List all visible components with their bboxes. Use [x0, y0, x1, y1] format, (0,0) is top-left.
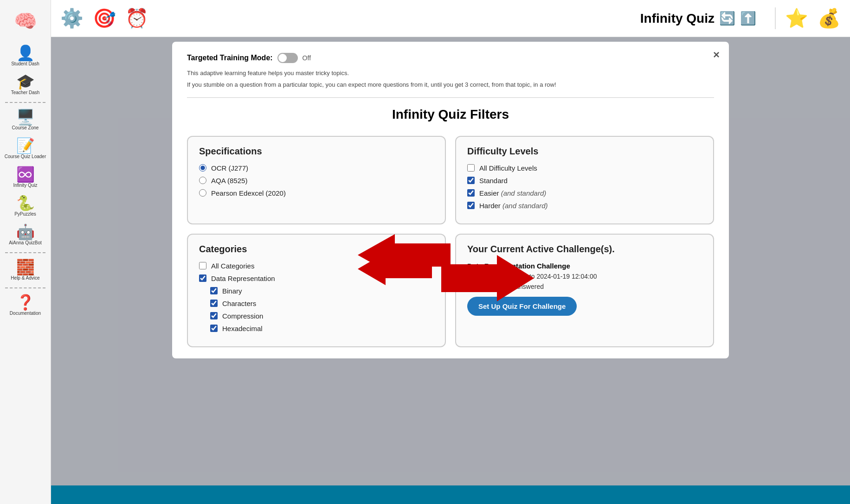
difficulty-card: Difficulty Levels All Difficulty Levels …: [455, 136, 714, 224]
sidebar-item-aianna-quizbot[interactable]: 🤖 AiAnna QuizBot: [0, 222, 51, 249]
easier-checkbox[interactable]: [467, 189, 475, 197]
modal-divider: [187, 97, 714, 98]
topbar-right: ⭐ 💰: [775, 7, 841, 29]
sidebar-item-course-quiz-loader[interactable]: 📝 Course Quiz Loader: [0, 135, 51, 162]
sidebar-divider-3: [5, 287, 45, 288]
modal-overlay: × Targeted Training Mode: Off This adapt…: [51, 37, 850, 504]
data-rep-label: Data Representation: [211, 274, 275, 282]
option-hexadecimal[interactable]: Hexadecimal: [210, 325, 434, 332]
targeted-training-header: Targeted Training Mode: Off: [187, 53, 714, 63]
sidebar-label-course-quiz-loader: Course Quiz Loader: [5, 154, 46, 159]
challenge-name: Data Representation Challenge: [467, 262, 702, 270]
categories-card: Categories All Categories Data Represent…: [187, 234, 446, 347]
target-icon[interactable]: 🎯: [93, 7, 116, 29]
training-mode-toggle[interactable]: [277, 53, 298, 63]
topbar: ⚙️ 🎯 ⏰ Infinity Quiz 🔄 ⬆️ ⭐ 💰: [51, 0, 850, 37]
challenge-card: Your Current Active Challenge(s). Data R…: [455, 234, 714, 347]
option-all-categories[interactable]: All Categories: [199, 262, 434, 270]
specifications-card: Specifications OCR (J277) AQA (8525) Pea…: [187, 136, 446, 224]
harder-label: Harder (and standard): [479, 202, 548, 210]
student-dash-icon: 👤: [16, 45, 35, 60]
standard-label: Standard: [479, 177, 508, 185]
modal-dialog: × Targeted Training Mode: Off This adapt…: [172, 42, 729, 358]
sidebar-divider-1: [5, 102, 45, 103]
option-harder[interactable]: Harder (and standard): [467, 202, 702, 210]
sidebar-item-teacher-dash[interactable]: 🎓 Teacher Dash: [0, 71, 51, 98]
option-characters[interactable]: Characters: [210, 300, 434, 307]
option-standard[interactable]: Standard: [467, 177, 702, 185]
star-icon: ⭐: [785, 7, 808, 29]
harder-checkbox[interactable]: [467, 202, 475, 209]
all-categories-checkbox[interactable]: [199, 262, 206, 269]
all-difficulty-checkbox[interactable]: [467, 164, 475, 172]
pypuzzles-icon: 🐍: [16, 196, 35, 211]
infinity-quiz-icon: ♾️: [16, 167, 35, 182]
timer-icon[interactable]: ⏰: [125, 7, 148, 29]
level-up-icon: ⬆️: [740, 11, 756, 26]
categories-title: Categories: [199, 244, 434, 255]
sidebar-label-pypuzzles: PyPuzzles: [14, 211, 36, 217]
sidebar-logo: 🧠: [9, 5, 42, 37]
option-binary[interactable]: Binary: [210, 287, 434, 295]
hexadecimal-checkbox[interactable]: [210, 325, 218, 332]
ocr-radio[interactable]: [199, 164, 206, 172]
teacher-dash-icon: 🎓: [16, 74, 35, 89]
sidebar-label-course-zone: Course Zone: [12, 125, 39, 131]
sidebar-label-aianna-quizbot: AiAnna QuizBot: [9, 240, 42, 246]
characters-label: Characters: [222, 300, 256, 307]
option-aqa[interactable]: AQA (8525): [199, 177, 434, 185]
help-advice-icon: 🧱: [16, 260, 35, 274]
option-easier[interactable]: Easier (and standard): [467, 189, 702, 197]
difficulty-title: Difficulty Levels: [467, 146, 702, 157]
option-ocr[interactable]: OCR (J277): [199, 164, 434, 172]
easier-label: Easier (and standard): [479, 189, 546, 197]
sidebar-label-documentation: Documentation: [10, 311, 41, 316]
sidebar-label-teacher-dash: Teacher Dash: [11, 90, 40, 96]
targeted-training-label: Targeted Training Mode:: [187, 54, 273, 62]
challenge-dates: 2024-01-12 12:04:00 to 2024-01-19 12:04:…: [467, 273, 702, 280]
documentation-icon: ❓: [16, 295, 35, 310]
binary-checkbox[interactable]: [210, 287, 218, 294]
sidebar-label-student-dash: Student Dash: [11, 61, 39, 67]
specifications-title: Specifications: [199, 146, 434, 157]
option-all-difficulty[interactable]: All Difficulty Levels: [467, 164, 702, 172]
challenge-title: Your Current Active Challenge(s).: [467, 244, 702, 255]
aqa-radio[interactable]: [199, 177, 206, 184]
option-data-representation[interactable]: Data Representation: [199, 274, 434, 282]
option-pearson[interactable]: Pearson Edexcel (2020): [199, 189, 434, 197]
easier-italic: (and standard): [501, 189, 547, 197]
main-area: ⚙️ 🎯 ⏰ Infinity Quiz 🔄 ⬆️ ⭐ 💰 × Targeted…: [51, 0, 850, 504]
binary-label: Binary: [222, 287, 242, 295]
sidebar-item-infinity-quiz[interactable]: ♾️ Infinity Quiz: [0, 164, 51, 191]
content-area: × Targeted Training Mode: Off This adapt…: [51, 37, 850, 504]
sidebar: 🧠 👤 Student Dash 🎓 Teacher Dash 🖥️ Cours…: [0, 0, 51, 504]
compression-checkbox[interactable]: [210, 312, 218, 319]
sidebar-item-pypuzzles[interactable]: 🐍 PyPuzzles: [0, 193, 51, 220]
sidebar-label-infinity-quiz: Infinity Quiz: [13, 183, 37, 188]
page-title: Infinity Quiz 🔄 ⬆️: [640, 11, 756, 26]
setup-quiz-button[interactable]: Set Up Quiz For Challenge: [467, 297, 577, 316]
characters-checkbox[interactable]: [210, 300, 218, 307]
sidebar-divider-2: [5, 252, 45, 253]
option-compression[interactable]: Compression: [210, 312, 434, 320]
toggle-state-label: Off: [303, 54, 311, 62]
sidebar-item-help-advice[interactable]: 🧱 Help & Advice: [0, 257, 51, 284]
infinity-icon: 🔄: [719, 11, 735, 26]
settings-icon[interactable]: ⚙️: [60, 7, 84, 29]
toggle-knob: [278, 54, 287, 62]
coins-icon: 💰: [818, 7, 841, 29]
aianna-quizbot-icon: 🤖: [16, 224, 35, 239]
pearson-label: Pearson Edexcel (2020): [211, 189, 286, 197]
sidebar-item-course-zone[interactable]: 🖥️ Course Zone: [0, 107, 51, 134]
aqa-label: AQA (8525): [211, 177, 247, 185]
training-desc-1: This adaptive learning feature helps you…: [187, 69, 714, 78]
standard-checkbox[interactable]: [467, 177, 475, 184]
sidebar-item-documentation[interactable]: ❓ Documentation: [0, 292, 51, 319]
sidebar-label-help-advice: Help & Advice: [11, 275, 39, 281]
course-quiz-loader-icon: 📝: [16, 138, 35, 153]
sidebar-item-student-dash[interactable]: 👤 Student Dash: [0, 43, 51, 70]
data-rep-checkbox[interactable]: [199, 274, 206, 282]
pearson-radio[interactable]: [199, 189, 206, 197]
close-button[interactable]: ×: [713, 48, 720, 61]
filters-title: Infinity Quiz Filters: [187, 107, 714, 122]
